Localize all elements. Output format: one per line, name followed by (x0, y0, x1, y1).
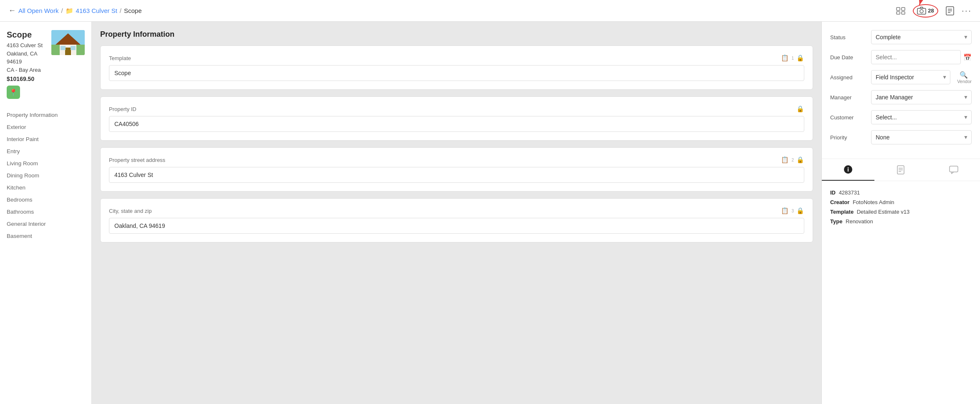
right-panel: Status Complete ▼ Due Date 📅 Assigned (821, 22, 980, 404)
left-sidebar: Scope 4163 Culver St Oakland, CA 94619 C… (0, 22, 92, 404)
breadcrumb: ← All Open Work / 📁 4163 Culver St / Sco… (8, 6, 142, 15)
info-creator-value: FotoNotes Admin (853, 199, 894, 205)
note-icon-3: 📋3 (781, 207, 794, 215)
manager-select[interactable]: Jane Manager (871, 90, 972, 104)
status-select-wrapper: Complete ▼ (871, 30, 972, 44)
property-id-label: Property ID 🔒 (109, 105, 804, 113)
info-tab-comments[interactable] (927, 159, 980, 181)
status-row: Status Complete ▼ (830, 30, 972, 44)
info-type-value: Renovation (846, 218, 873, 225)
grid-view-button[interactable] (896, 7, 905, 15)
property-thumbnail (51, 30, 85, 55)
document-icon (897, 165, 904, 174)
svg-rect-15 (65, 48, 71, 55)
info-type-row: Type Renovation (830, 218, 972, 225)
breadcrumb-all-open-work[interactable]: All Open Work (18, 7, 58, 14)
map-pin-button[interactable]: 📍 (7, 86, 20, 99)
sidebar-item-general-interior[interactable]: General Interior (7, 218, 85, 230)
due-date-row: Due Date 📅 (830, 50, 972, 64)
search-icon[interactable]: 🔍 (960, 71, 968, 79)
priority-label: Priority (830, 134, 868, 141)
street-address-input[interactable] (109, 167, 804, 183)
nav-icons: 28 ··· (896, 4, 972, 18)
document-view-button[interactable] (946, 6, 954, 15)
svg-rect-3 (902, 12, 905, 14)
sidebar-item-property-information[interactable]: Property Information (7, 109, 85, 121)
scope-price: $10169.50 (7, 76, 85, 82)
date-wrapper: 📅 (871, 50, 972, 64)
due-date-input[interactable] (871, 50, 961, 64)
priority-select[interactable]: None (871, 130, 972, 144)
template-section: Template 📋1 🔒 (100, 45, 813, 90)
customer-label: Customer (830, 114, 868, 121)
lock-icon-1: 🔒 (796, 54, 804, 62)
svg-rect-1 (902, 8, 905, 10)
info-content: ID 4283731 Creator FotoNotes Admin Templ… (822, 181, 980, 236)
sidebar-item-kitchen[interactable]: Kitchen (7, 182, 85, 194)
more-options-button[interactable]: ··· (962, 5, 972, 16)
sidebar-item-interior-paint[interactable]: Interior Paint (7, 133, 85, 145)
lock-icon-2: 🔒 (796, 105, 804, 113)
city-state-zip-section: City, state and zip 📋3 🔒 (100, 198, 813, 242)
info-tab-details[interactable] (822, 159, 874, 181)
breadcrumb-address[interactable]: 4163 Culver St (76, 7, 117, 14)
info-template-label: Template (830, 209, 854, 215)
customer-select-wrapper: Select... ▼ (871, 110, 972, 124)
note-icon-1: 📋1 (781, 54, 794, 62)
info-id-value: 4283731 (839, 189, 860, 196)
manager-label: Manager (830, 94, 868, 101)
manager-row: Manager Jane Manager ▼ (830, 90, 972, 104)
info-tabs (822, 159, 980, 181)
breadcrumb-sep-2: / (120, 7, 121, 14)
photo-icon-circle: 28 (913, 4, 938, 18)
svg-rect-17 (71, 46, 76, 50)
sidebar-item-bedrooms[interactable]: Bedrooms (7, 194, 85, 206)
sidebar-item-exterior[interactable]: Exterior (7, 121, 85, 133)
template-field-icons: 📋1 🔒 (781, 54, 804, 62)
back-button[interactable]: ← (8, 6, 16, 15)
info-type-label: Type (830, 218, 842, 225)
template-input[interactable] (109, 65, 804, 81)
sidebar-item-dining-room[interactable]: Dining Room (7, 169, 85, 182)
assigned-label: Assigned (830, 74, 868, 81)
property-id-input[interactable] (109, 116, 804, 132)
top-nav: ← All Open Work / 📁 4163 Culver St / Sco… (0, 0, 980, 22)
info-tab-documents[interactable] (874, 159, 927, 181)
house-thumbnail-svg (51, 30, 85, 55)
street-address-section: Property street address 📋2 🔒 (100, 147, 813, 192)
manager-select-wrapper: Jane Manager ▼ (871, 90, 972, 104)
customer-row: Customer Select... ▼ (830, 110, 972, 124)
status-select[interactable]: Complete (871, 30, 972, 44)
customer-select[interactable]: Select... (871, 110, 972, 124)
sidebar-item-living-room[interactable]: Living Room (7, 157, 85, 169)
sidebar-item-bathrooms[interactable]: Bathrooms (7, 206, 85, 218)
property-id-section: Property ID 🔒 (100, 96, 813, 141)
info-template-row: Template Detailed Estimate v13 (830, 209, 972, 215)
note-icon-2: 📋2 (781, 156, 794, 164)
sidebar-nav: Property Information Exterior Interior P… (7, 109, 85, 242)
lock-icon-4: 🔒 (796, 207, 804, 215)
photo-count-badge: 28 (928, 8, 934, 14)
lock-icon-3: 🔒 (796, 156, 804, 164)
calendar-icon[interactable]: 📅 (963, 53, 972, 61)
breadcrumb-current: Scope (124, 7, 142, 14)
city-state-zip-input[interactable] (109, 218, 804, 234)
main-layout: Scope 4163 Culver St Oakland, CA 94619 C… (0, 22, 980, 404)
due-date-label: Due Date (830, 54, 868, 61)
svg-rect-0 (897, 8, 900, 10)
photo-view-button[interactable]: 28 (913, 4, 938, 18)
info-creator-row: Creator FotoNotes Admin (830, 199, 972, 205)
svg-rect-16 (61, 46, 66, 50)
template-label: Template 📋1 🔒 (109, 54, 804, 62)
svg-rect-2 (897, 12, 900, 14)
assigned-select[interactable]: Field Inspector (871, 70, 950, 84)
breadcrumb-sep-1: / (61, 7, 63, 14)
svg-rect-4 (917, 8, 926, 14)
sidebar-item-basement[interactable]: Basement (7, 230, 85, 242)
breadcrumb-folder-icon: 📁 (66, 7, 73, 15)
camera-icon (917, 7, 926, 15)
vendor-label: Vendor (957, 79, 972, 84)
assigned-row: Assigned Field Inspector ▼ 🔍 Vendor (830, 70, 972, 84)
sidebar-item-entry[interactable]: Entry (7, 145, 85, 157)
priority-row: Priority None ▼ (830, 130, 972, 144)
